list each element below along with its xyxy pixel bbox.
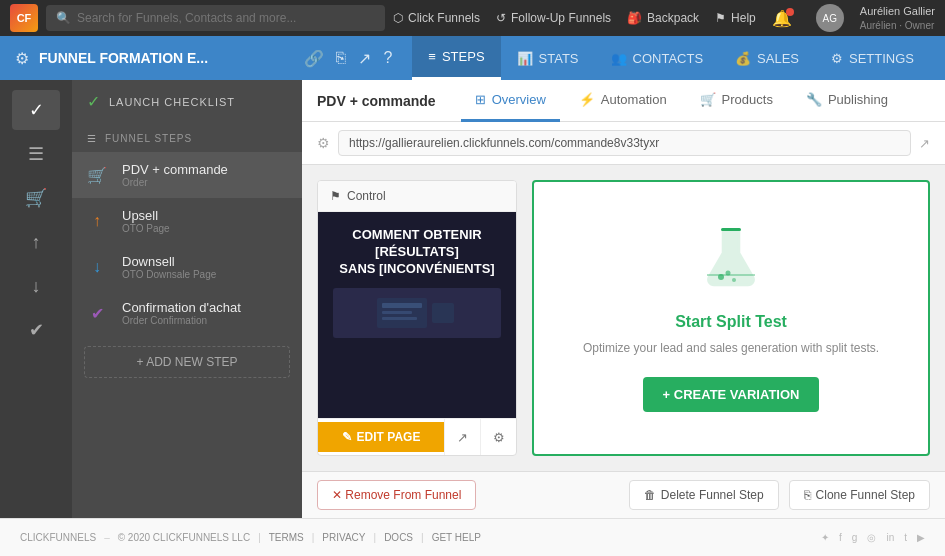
split-test-card: Start Split Test Optimize your lead and …: [532, 180, 930, 456]
add-new-step-button[interactable]: + ADD NEW STEP: [84, 346, 290, 378]
footer-terms[interactable]: TERMS: [269, 532, 304, 543]
search-bar[interactable]: 🔍: [46, 5, 385, 31]
content-area: PDV + commande ⊞ Overview ⚡ Automation 🛒…: [302, 80, 945, 518]
downsell-icon: ↓: [82, 252, 112, 282]
funnel-title: FUNNEL FORMATION E...: [39, 50, 208, 66]
delete-funnel-step-button[interactable]: 🗑 Delete Funnel Step: [629, 480, 779, 510]
content-tabs: PDV + commande ⊞ Overview ⚡ Automation 🛒…: [302, 80, 945, 122]
sidebar-icon-up[interactable]: ↑: [12, 222, 60, 262]
top-nav-items: ⬡ Click Funnels ↺ Follow-Up Funnels 🎒 Ba…: [393, 4, 935, 32]
tab-products[interactable]: 🛒 Products: [686, 80, 787, 122]
app-logo[interactable]: CF: [10, 4, 38, 32]
copy-icon[interactable]: ⎘: [336, 49, 346, 67]
step-item-confirmation[interactable]: ✔ Confirmation d'achat Order Confirmatio…: [72, 290, 302, 336]
tab-publishing[interactable]: 🔧 Publishing: [792, 80, 902, 122]
tab-settings[interactable]: ⚙ SETTINGS: [815, 36, 930, 80]
steps-icon: ≡: [428, 49, 436, 64]
upsell-icon: ↑: [82, 206, 112, 236]
click-funnels-nav[interactable]: ⬡ Click Funnels: [393, 11, 480, 25]
preview-content: COMMENT OBTENIR [RÉSULTATS] SANS [INCONV…: [318, 212, 516, 353]
top-navigation: CF 🔍 ⬡ Click Funnels ↺ Follow-Up Funnels…: [0, 0, 945, 36]
facebook-icon[interactable]: f: [839, 532, 842, 543]
flag-icon: ⚑: [330, 189, 341, 203]
page-content: ⚑ Control COMMENT OBTENIR [RÉSULTATS] SA…: [302, 165, 945, 471]
twitter-icon[interactable]: ✦: [821, 532, 829, 543]
tab-automation[interactable]: ⚡ Automation: [565, 80, 681, 122]
clone-funnel-step-button[interactable]: ⎘ Clone Funnel Step: [789, 480, 930, 510]
notification-badge: [786, 8, 794, 16]
left-sidebar: ✓ ☰ 🛒 ↑ ↓ ✔: [0, 80, 72, 518]
search-input[interactable]: [77, 11, 375, 25]
footer-privacy[interactable]: PRIVACY: [322, 532, 365, 543]
svg-rect-5: [721, 228, 741, 231]
help-nav[interactable]: ⚑ Help: [715, 11, 756, 25]
sidebar-icon-check[interactable]: ✔: [12, 310, 60, 350]
url-input[interactable]: [338, 130, 911, 156]
footer-docs[interactable]: DOCS: [384, 532, 413, 543]
remove-from-funnel-button[interactable]: ✕ Remove From Funnel: [317, 480, 476, 510]
page-card-header: ⚑ Control: [318, 181, 516, 212]
google-icon[interactable]: g: [852, 532, 858, 543]
pencil-icon: ✎: [342, 430, 352, 444]
clone-icon: ⎘: [804, 488, 811, 502]
edit-page-button[interactable]: ✎ EDIT PAGE: [318, 422, 444, 452]
backpack-nav[interactable]: 🎒 Backpack: [627, 11, 699, 25]
svg-point-7: [732, 278, 736, 282]
tab-steps[interactable]: ≡ STEPS: [412, 36, 500, 80]
step-item-downsell[interactable]: ↓ Downsell OTO Downsale Page: [72, 244, 302, 290]
follow-up-nav[interactable]: ↺ Follow-Up Funnels: [496, 11, 611, 25]
tab-contacts[interactable]: 👥 CONTACTS: [595, 36, 720, 80]
step-text-order: PDV + commande Order: [122, 162, 228, 188]
sidebar-icon-menu[interactable]: ☰: [12, 134, 60, 174]
step-text-upsell: Upsell OTO Page: [122, 208, 170, 234]
follow-up-icon: ↺: [496, 11, 506, 25]
funnel-settings-icon[interactable]: ⚙: [15, 49, 29, 68]
footer-get-help[interactable]: GET HELP: [432, 532, 481, 543]
overview-icon: ⊞: [475, 92, 486, 107]
help-icon: ⚑: [715, 11, 726, 25]
search-icon: 🔍: [56, 11, 71, 25]
instagram-icon[interactable]: ◎: [867, 532, 876, 543]
linkedin-icon[interactable]: in: [886, 532, 894, 543]
sidebar-icon-down[interactable]: ↓: [12, 266, 60, 306]
share-icon[interactable]: ↗: [358, 49, 371, 68]
step-item-order[interactable]: 🛒 PDV + commande Order: [72, 152, 302, 198]
funnel-navigation: ⚙ FUNNEL FORMATION E... 🔗 ⎘ ↗ ? ≡ STEPS …: [0, 36, 945, 80]
sidebar-icon-cart[interactable]: 🛒: [12, 178, 60, 218]
settings-icon: ⚙: [831, 51, 843, 66]
url-settings-icon[interactable]: ⚙: [317, 135, 330, 151]
external-link-icon[interactable]: ↗: [919, 136, 930, 151]
notifications[interactable]: 🔔: [772, 9, 800, 28]
create-variation-button[interactable]: + CREATE VARIATION: [643, 377, 820, 412]
main-area: ✓ ☰ 🛒 ↑ ↓ ✔ ✓ LAUNCH CHECKLIST ☰ FUNNEL …: [0, 80, 945, 518]
svg-rect-1: [432, 303, 454, 323]
stats-icon: 📊: [517, 51, 533, 66]
preview-headline: COMMENT OBTENIR [RÉSULTATS] SANS [INCONV…: [333, 227, 501, 278]
youtube-icon[interactable]: ▶: [917, 532, 925, 543]
tab-overview[interactable]: ⊞ Overview: [461, 80, 560, 122]
page-settings-button[interactable]: ⚙: [480, 419, 516, 455]
avatar[interactable]: AG: [816, 4, 844, 32]
link-icon[interactable]: 🔗: [304, 49, 324, 68]
preview-subimage: [333, 288, 501, 338]
step-item-upsell[interactable]: ↑ Upsell OTO Page: [72, 198, 302, 244]
funnel-icon: ⬡: [393, 11, 403, 25]
split-test-title: Start Split Test: [675, 313, 787, 331]
contacts-icon: 👥: [611, 51, 627, 66]
tab-stats[interactable]: 📊 STATS: [501, 36, 595, 80]
sales-icon: 💰: [735, 51, 751, 66]
sidebar-icon-checklist[interactable]: ✓: [12, 90, 60, 130]
open-page-button[interactable]: ↗: [444, 419, 480, 455]
products-icon: 🛒: [700, 92, 716, 107]
twitter2-icon[interactable]: t: [904, 532, 907, 543]
footer-brand: CLICKFUNNELS: [20, 532, 96, 543]
question-icon[interactable]: ?: [383, 49, 392, 67]
bottom-actions: ✕ Remove From Funnel 🗑 Delete Funnel Ste…: [302, 471, 945, 518]
tab-sales[interactable]: 💰 SALES: [719, 36, 815, 80]
page-card-actions: ✎ EDIT PAGE ↗ ⚙: [318, 418, 516, 455]
steps-panel: ✓ LAUNCH CHECKLIST ☰ FUNNEL STEPS 🛒 PDV …: [72, 80, 302, 518]
external-page-icon: ↗: [457, 430, 468, 445]
svg-point-6: [718, 274, 724, 280]
split-test-description: Optimize your lead and sales generation …: [583, 339, 879, 357]
cart-icon: 🛒: [82, 160, 112, 190]
